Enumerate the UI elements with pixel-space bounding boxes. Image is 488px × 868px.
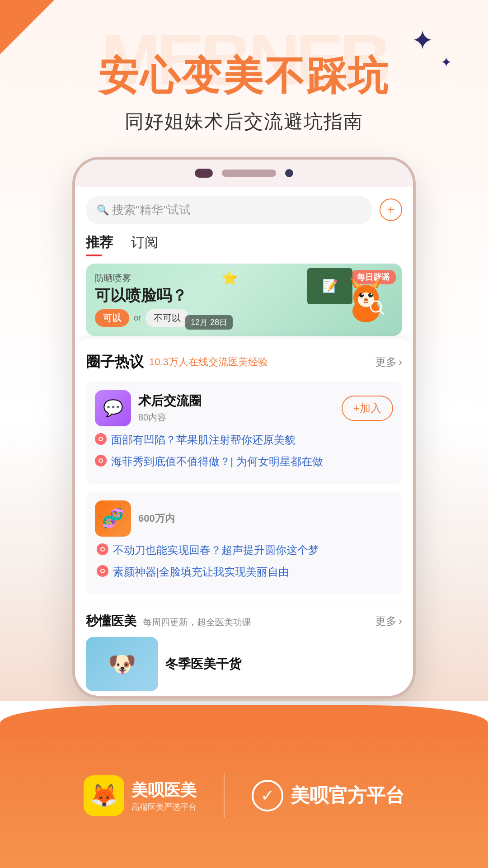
verified-area: ✓ 美呗官方平台 <box>252 780 404 811</box>
circle-group-1-info: 术后交流圈 80内容 <box>138 392 202 424</box>
svg-point-11 <box>364 298 368 301</box>
tab-recommended[interactable]: 推荐 <box>86 233 113 256</box>
circle-group-2-icon: 🧬 <box>95 500 131 537</box>
search-bar-area: 🔍 搜索"精华"试试 + <box>75 187 413 229</box>
circle-group-2-left: 🧬 600万内 <box>95 500 175 537</box>
miemed-more-button[interactable]: 更多 › <box>375 614 402 628</box>
verified-text: 美呗官方平台 <box>291 783 404 808</box>
circle-section-title: 圈子热议 <box>86 352 144 372</box>
camera-dot <box>285 169 293 177</box>
svg-point-8 <box>368 293 373 297</box>
circle-group-1-icon: 💬 <box>95 390 131 426</box>
bottom-wave <box>0 705 488 741</box>
tab-active-indicator <box>86 255 102 256</box>
post-item-2[interactable]: 海菲秀到底值不值得做？| 为何女明星都在做 <box>95 453 393 470</box>
search-input-wrap[interactable]: 🔍 搜索"精华"试试 <box>86 196 372 224</box>
svg-point-9 <box>361 293 363 295</box>
app-logo-text: 美呗医美 <box>131 779 197 802</box>
post-lock-inner-2 <box>99 458 103 463</box>
post-lock-icon-4 <box>97 565 108 577</box>
circle-more-button[interactable]: 更多 › <box>375 355 402 369</box>
camera-pill <box>195 169 213 178</box>
footer-section: 🦊 美呗医美 高端医美严选平台 ✓ 美呗官方平台 <box>0 723 488 868</box>
post-lock-icon-1 <box>95 433 107 445</box>
phone-mockup: 🔍 搜索"精华"试试 + 推荐 订阅 防晒喷雾 可以喷脸吗？ <box>72 157 416 698</box>
fox-character <box>339 273 398 336</box>
search-icon: 🔍 <box>97 204 108 215</box>
star-decoration-small: ✦ <box>441 54 452 70</box>
circle-section-header: 圈子热议 10.3万人在线交流医美经验 更多 › <box>86 352 402 372</box>
post-lock-icon-2 <box>95 455 107 467</box>
circle-section-subtitle: 10.3万人在线交流医美经验 <box>149 355 268 369</box>
post-item-1[interactable]: 面部有凹陷？苹果肌注射帮你还原美貌 <box>95 432 393 448</box>
post-lock-inner-4 <box>100 569 105 573</box>
miemed-title-group: 秒懂医美 每周四更新，超全医美功课 <box>86 613 251 630</box>
speaker-grille <box>222 170 276 177</box>
phone-notch <box>75 160 413 187</box>
circle-group-1: 💬 术后交流圈 80内容 +加入 <box>86 381 402 484</box>
app-logo-icon: 🦊 <box>84 775 124 816</box>
svg-point-7 <box>359 293 364 297</box>
miemed-header: 秒懂医美 每周四更新，超全医美功课 更多 › <box>86 613 402 630</box>
circle-group-2-name: 600万内 <box>138 512 175 525</box>
circle-group-1-name: 术后交流圈 <box>138 392 202 410</box>
app-logo-tagline: 高端医美严选平台 <box>131 802 197 812</box>
banner-area[interactable]: 防晒喷雾 可以喷脸吗？ 可以 or 不可以 ⭐ 12月 28日 每日辟谣 📝 <box>86 264 402 336</box>
miemed-title: 秒懂医美 <box>86 614 136 628</box>
post-text-2[interactable]: 海菲秀到底值不值得做？| 为何女明星都在做 <box>111 453 393 470</box>
circle-group-1-count: 80内容 <box>138 411 202 424</box>
corner-decoration <box>0 0 54 54</box>
banner-yes-button[interactable]: 可以 <box>95 309 129 327</box>
post-text-4[interactable]: 素颜神器|全脸填充让我实现美丽自由 <box>113 564 393 580</box>
post-lock-icon-3 <box>97 543 108 555</box>
search-input[interactable]: 搜索"精华"试试 <box>112 202 191 218</box>
banner-no-button[interactable]: 不可以 <box>145 309 189 327</box>
page-subtitle: 同好姐妹术后交流避坑指南 <box>0 109 488 134</box>
post-lock-inner-1 <box>99 437 103 441</box>
page-title: 安心变美不踩坑 <box>0 54 488 98</box>
miemed-section: 秒懂医美 每周四更新，超全医美功课 更多 › 🐶 冬季医美干货 <box>75 604 413 696</box>
post-lock-inner-3 <box>100 547 105 552</box>
circle-group-2-info: 600万内 <box>138 512 175 525</box>
circle-section: 圈子热议 10.3万人在线交流医美经验 更多 › 💬 <box>75 339 413 604</box>
circle-group-2-header: 🧬 600万内 <box>95 500 393 537</box>
circle-group-1-join-button[interactable]: +加入 <box>342 396 393 421</box>
svg-point-10 <box>371 293 372 295</box>
circle-title-group: 圈子热议 10.3万人在线交流医美经验 <box>86 352 268 372</box>
circle-group-1-left: 💬 术后交流圈 80内容 <box>95 390 202 426</box>
banner-star-icon: ⭐ <box>221 270 238 286</box>
miemed-thumbnail: 🐶 <box>86 637 158 691</box>
search-plus-button[interactable]: + <box>380 198 402 221</box>
logo-area: 🦊 美呗医美 高端医美严选平台 <box>84 775 197 816</box>
miemed-card-title: 冬季医美干货 <box>165 656 241 673</box>
footer-divider <box>224 773 225 818</box>
svg-line-13 <box>380 311 384 315</box>
post-item-3[interactable]: 不动刀也能实现回春？超声提升圆你这个梦 <box>95 542 393 558</box>
post-text-3[interactable]: 不动刀也能实现回春？超声提升圆你这个梦 <box>113 542 393 558</box>
tabs-area: 推荐 订阅 <box>75 229 413 256</box>
post-item-4[interactable]: 素颜神器|全脸填充让我实现美丽自由 <box>95 564 393 580</box>
circle-group-2: 🧬 600万内 不动刀也能实现回春？超声提升圆你这个梦 <box>86 491 402 594</box>
banner-or-text: or <box>134 313 141 323</box>
verified-check-icon: ✓ <box>252 780 283 811</box>
post-text-1[interactable]: 面部有凹陷？苹果肌注射帮你还原美貌 <box>111 432 393 448</box>
tab-subscribe[interactable]: 订阅 <box>131 233 158 256</box>
miemed-subtitle: 每周四更新，超全医美功课 <box>143 617 251 627</box>
banner-date-badge: 12月 28日 <box>185 315 233 330</box>
miemed-card[interactable]: 🐶 冬季医美干货 <box>86 637 402 691</box>
star-decoration-large: ✦ <box>411 27 434 54</box>
circle-group-1-header: 💬 术后交流圈 80内容 +加入 <box>95 390 393 426</box>
